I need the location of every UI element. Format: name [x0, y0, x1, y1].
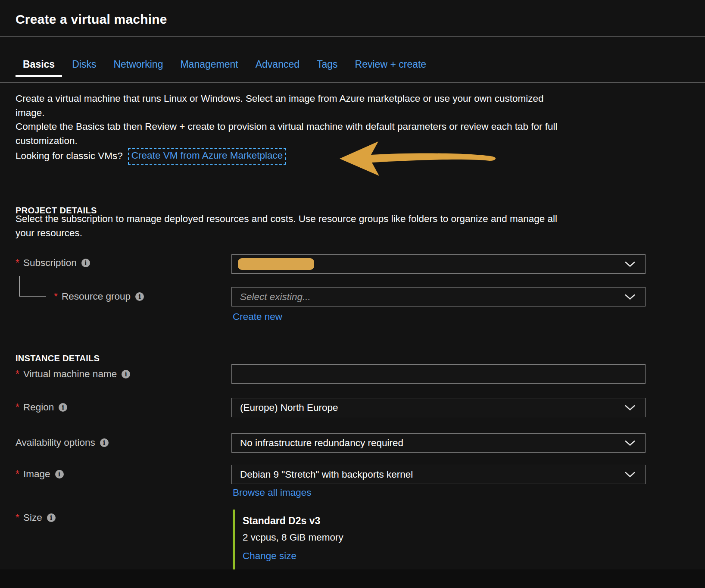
- availability-options-dropdown[interactable]: No infrastructure redundancy required: [231, 433, 646, 453]
- create-vm-marketplace-link[interactable]: Create VM from Azure Marketplace: [128, 148, 286, 165]
- vm-name-label: * Virtual machine name i: [16, 369, 130, 380]
- header-divider: [0, 36, 705, 37]
- subscription-dropdown[interactable]: [231, 254, 646, 274]
- size-summary: Standard D2s v3 2 vcpus, 8 GiB memory Ch…: [233, 510, 343, 569]
- required-asterisk: *: [16, 402, 19, 413]
- intro-line: Create a virtual machine that runs Linux…: [16, 92, 558, 106]
- tab-advanced[interactable]: Advanced: [248, 59, 307, 77]
- availability-options-label: Availability options i: [16, 437, 109, 448]
- size-name: Standard D2s v3: [243, 515, 343, 527]
- info-icon[interactable]: i: [55, 470, 64, 479]
- required-asterisk: *: [54, 291, 58, 302]
- create-vm-page: Create a virtual machine Basics Disks Ne…: [0, 0, 705, 588]
- info-icon[interactable]: i: [81, 259, 90, 267]
- tab-tags[interactable]: Tags: [309, 59, 345, 77]
- image-dropdown[interactable]: Debian 9 "Stretch" with backports kernel: [231, 465, 646, 484]
- vm-name-input[interactable]: [231, 364, 646, 384]
- size-label: * Size i: [16, 512, 56, 523]
- tab-basics[interactable]: Basics: [16, 59, 62, 77]
- tab-bar-divider: [0, 82, 705, 83]
- size-specs: 2 vcpus, 8 GiB memory: [243, 532, 343, 543]
- classic-vms-prompt: Looking for classic VMs?: [16, 149, 123, 163]
- hierarchy-connector-horizontal: [19, 296, 46, 297]
- instance-details-heading: INSTANCE DETAILS: [16, 353, 100, 363]
- required-asterisk: *: [16, 469, 19, 480]
- tab-review-create[interactable]: Review + create: [348, 59, 434, 77]
- region-label: * Region i: [16, 402, 67, 413]
- region-dropdown[interactable]: (Europe) North Europe: [231, 398, 646, 417]
- info-icon[interactable]: i: [59, 403, 67, 412]
- required-asterisk: *: [16, 512, 19, 523]
- resource-group-placeholder: Select existing...: [240, 291, 311, 303]
- tab-networking[interactable]: Networking: [106, 59, 170, 77]
- chevron-down-icon: [625, 472, 635, 477]
- change-size-link[interactable]: Change size: [243, 550, 296, 562]
- browse-all-images-link[interactable]: Browse all images: [233, 487, 312, 498]
- tab-management[interactable]: Management: [173, 59, 245, 77]
- intro-line: Complete the Basics tab then Review + cr…: [16, 120, 558, 134]
- chevron-down-icon: [625, 440, 635, 446]
- required-asterisk: *: [16, 369, 19, 380]
- image-value: Debian 9 "Stretch" with backports kernel: [240, 469, 413, 480]
- project-details-description: Select the subscription to manage deploy…: [16, 212, 557, 240]
- intro-line: customization.: [16, 134, 558, 148]
- image-label: * Image i: [16, 469, 64, 480]
- subscription-label: * Subscription i: [16, 257, 90, 269]
- intro-line: image.: [16, 106, 558, 120]
- hierarchy-connector-vertical: [19, 276, 20, 297]
- region-value: (Europe) North Europe: [240, 402, 338, 413]
- intro-text: Create a virtual machine that runs Linux…: [16, 92, 558, 165]
- resource-group-dropdown[interactable]: Select existing...: [231, 287, 646, 307]
- create-new-link[interactable]: Create new: [233, 311, 282, 322]
- availability-options-value: No infrastructure redundancy required: [240, 438, 403, 449]
- tab-bar: Basics Disks Networking Management Advan…: [16, 59, 436, 77]
- info-icon[interactable]: i: [47, 513, 56, 522]
- resource-group-label: * Resource group i: [54, 291, 144, 302]
- required-asterisk: *: [16, 257, 19, 269]
- page-title: Create a virtual machine: [16, 12, 167, 27]
- chevron-down-icon: [625, 261, 635, 267]
- chevron-down-icon: [625, 294, 635, 300]
- info-icon[interactable]: i: [100, 438, 109, 447]
- tab-disks[interactable]: Disks: [65, 59, 103, 77]
- chevron-down-icon: [625, 405, 635, 410]
- pane-bottom-edge: [0, 569, 705, 588]
- subscription-redaction: [238, 258, 314, 270]
- info-icon[interactable]: i: [135, 292, 144, 301]
- info-icon[interactable]: i: [122, 370, 130, 378]
